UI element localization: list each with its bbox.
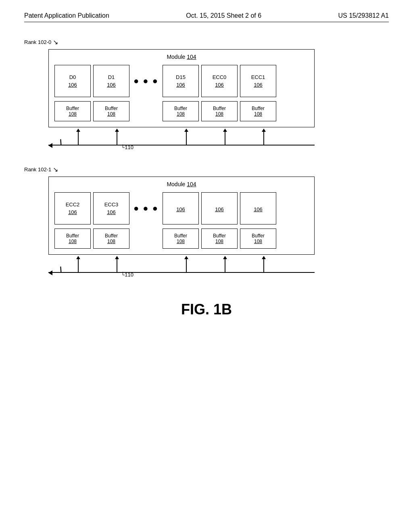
page-header: Patent Application Publication Oct. 15, … (24, 12, 389, 22)
buffer-cell: Buffer108 (93, 101, 129, 121)
buffer-ref: 108 (254, 239, 262, 244)
module-box: Module 104ECC2106ECC3106● ● ●106106106Bu… (48, 177, 315, 255)
module-box: Module 104D0106D1106● ● ●D15106ECC0106EC… (48, 49, 315, 127)
buffer-up-arrow-icon (78, 131, 79, 145)
buffer-cell: Buffer108 (54, 101, 91, 121)
cell-top-label: D1 (108, 74, 115, 80)
buffer-ref: 108 (107, 111, 115, 117)
cell-ref: 106 (254, 206, 263, 212)
bus-arrow-area: /└110 (48, 255, 315, 277)
header-center: Oct. 15, 2015 Sheet 2 of 6 (186, 12, 261, 19)
buffer-label: Buffer (252, 233, 265, 239)
page: Patent Application Publication Oct. 15, … (0, 0, 413, 532)
module-label: Module 104 (54, 54, 309, 60)
cell-ref: 106 (215, 82, 224, 88)
buffer-row: Buffer108Buffer108Buffer108Buffer108Buff… (54, 101, 309, 121)
buffer-cell: Buffer108 (201, 229, 238, 249)
buffer-label: Buffer (174, 106, 187, 111)
cell-ref: 106 (254, 82, 263, 88)
cell-top-label: ECC0 (213, 74, 227, 80)
buffer-cell: Buffer108 (163, 229, 199, 249)
buffer-up-arrow-icon (225, 259, 225, 273)
module-ref: 104 (187, 54, 196, 60)
cell-ref: 106 (176, 206, 185, 212)
buffer-cell: Buffer108 (240, 229, 276, 249)
data-cell: ECC0106 (201, 65, 238, 97)
buffer-ref: 108 (215, 239, 223, 244)
bus-110-label: └110 (121, 272, 133, 278)
arrow-head-icon (76, 129, 80, 132)
arrow-head-icon (115, 256, 119, 259)
buffer-label: Buffer (174, 233, 187, 239)
data-cell: 106 (201, 192, 238, 224)
cells-row: ECC2106ECC3106● ● ●106106106 (54, 192, 309, 224)
buffer-ref: 108 (215, 111, 223, 117)
data-cell: D0106 (54, 65, 91, 97)
buffer-cell: Buffer108 (93, 229, 129, 249)
buffer-ref: 108 (254, 111, 262, 117)
cells-row: D0106D1106● ● ●D15106ECC0106ECC1106 (54, 65, 309, 97)
data-cell: D1106 (93, 65, 129, 97)
buffer-cell: Buffer108 (54, 229, 91, 249)
rank-label: Rank 102-0↘ (24, 38, 389, 46)
buffer-label: Buffer (105, 233, 118, 239)
buffer-up-arrow-icon (186, 259, 187, 273)
arrow-head-icon (262, 129, 266, 132)
buffer-ref: 108 (69, 239, 77, 244)
cell-ref: 106 (215, 206, 224, 212)
cell-top-label: ECC2 (66, 202, 80, 208)
arrow-head-icon (262, 256, 266, 259)
cell-top-label: D15 (176, 74, 186, 80)
buffer-dots-placeholder (132, 229, 160, 249)
buffer-label: Buffer (213, 233, 226, 239)
buffer-up-arrow-icon (186, 131, 187, 145)
dots-cell: ● ● ● (132, 192, 160, 224)
data-cell: 106 (163, 192, 199, 224)
buffer-ref: 108 (177, 239, 185, 244)
module-label: Module 104 (54, 181, 309, 187)
arrow-head-icon (223, 129, 227, 132)
buffer-label: Buffer (105, 106, 118, 111)
header-right: US 15/293812 A1 (338, 12, 389, 19)
data-cell: ECC1106 (240, 65, 276, 97)
header-left: Patent Application Publication (24, 12, 109, 19)
cell-ref: 106 (107, 82, 116, 88)
cell-top-label: ECC3 (104, 202, 119, 208)
diagram-0: Rank 102-0↘Module 104D0106D1106● ● ●D151… (24, 38, 389, 150)
buffer-up-arrow-icon (263, 131, 264, 145)
rank-text: Rank 102-1 (24, 166, 51, 172)
rank-arrow-icon: ↘ (53, 166, 58, 173)
diagrams-container: Rank 102-0↘Module 104D0106D1106● ● ●D151… (24, 38, 389, 277)
buffer-up-arrow-icon (225, 131, 225, 145)
buffer-cell: Buffer108 (163, 101, 199, 121)
rank-arrow-icon: ↘ (53, 38, 58, 46)
buffer-up-arrow-icon (117, 131, 117, 145)
bus-line (48, 272, 315, 273)
buffer-up-arrow-icon (263, 259, 264, 273)
bus-110-label: └110 (121, 144, 133, 150)
buffer-label: Buffer (252, 106, 265, 111)
cell-ref: 106 (107, 209, 116, 215)
buffer-ref: 108 (69, 111, 77, 117)
arrow-head-icon (76, 256, 80, 259)
buffer-up-arrow-icon (78, 259, 79, 273)
data-cell: D15106 (163, 65, 199, 97)
arrow-head-icon (184, 129, 188, 132)
buffer-label: Buffer (66, 233, 79, 239)
fig-label: FIG. 1B (24, 301, 389, 318)
bus-left-arrow-icon (48, 270, 52, 275)
buffer-ref: 108 (177, 111, 185, 117)
buffer-label: Buffer (213, 106, 226, 111)
data-cell: ECC2106 (54, 192, 91, 224)
buffer-ref: 108 (107, 239, 115, 244)
data-cell: 106 (240, 192, 276, 224)
buffer-label: Buffer (66, 106, 79, 111)
dots-cell: ● ● ● (132, 65, 160, 97)
rank-label: Rank 102-1↘ (24, 166, 389, 173)
cell-top-label: ECC1 (251, 74, 265, 80)
bus-line (48, 145, 315, 145)
arrow-head-icon (184, 256, 188, 259)
diagram-1: Rank 102-1↘Module 104ECC2106ECC3106● ● ●… (24, 166, 389, 277)
bus-left-arrow-icon (48, 143, 52, 148)
cell-top-label: D0 (69, 74, 76, 80)
